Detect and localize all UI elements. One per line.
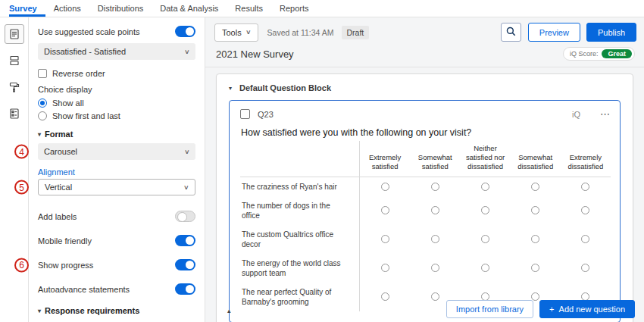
matrix-radio[interactable] bbox=[381, 292, 389, 301]
preview-button[interactable]: Preview bbox=[528, 23, 580, 42]
matrix-radio[interactable] bbox=[581, 264, 589, 272]
matrix-row-label[interactable]: The custom Qualtrics office decor bbox=[240, 225, 360, 254]
matrix-radio[interactable] bbox=[381, 264, 389, 272]
matrix-radio[interactable] bbox=[531, 264, 539, 272]
matrix-cell bbox=[511, 225, 561, 254]
question-text[interactable]: How satisfied were you with the followin… bbox=[241, 127, 611, 138]
matrix-cell bbox=[360, 177, 410, 196]
iq-icon[interactable]: iQ bbox=[572, 110, 580, 119]
matrix-radio[interactable] bbox=[431, 264, 439, 272]
matrix-radio[interactable] bbox=[431, 183, 439, 191]
tab-reports[interactable]: Reports bbox=[271, 0, 317, 17]
use-suggested-toggle[interactable] bbox=[175, 26, 195, 37]
question-checkbox[interactable] bbox=[240, 109, 250, 119]
matrix-radio[interactable] bbox=[581, 183, 589, 191]
block-title: Default Question Block bbox=[239, 83, 331, 92]
survey-flow-icon[interactable] bbox=[5, 51, 24, 70]
survey-title[interactable]: 2021 New Survey bbox=[216, 48, 294, 60]
block-footer: Import from library + Add new question bbox=[446, 300, 635, 318]
scale-points-select[interactable]: Dissatisfied - Satisfied ∨ bbox=[38, 43, 195, 60]
tab-actions[interactable]: Actions bbox=[45, 0, 89, 17]
matrix-radio[interactable] bbox=[381, 235, 389, 243]
reverse-order-checkbox[interactable] bbox=[38, 69, 47, 78]
matrix-cell bbox=[410, 196, 460, 225]
matrix-col-header[interactable]: Extremely dissatisfied bbox=[561, 141, 611, 177]
matrix-cell bbox=[511, 196, 561, 225]
alignment-select[interactable]: Vertical ∨ bbox=[38, 179, 195, 195]
matrix-radio[interactable] bbox=[531, 235, 539, 243]
matrix-cell bbox=[360, 225, 410, 254]
import-from-library-button[interactable]: Import from library bbox=[446, 300, 533, 318]
survey-options-icon[interactable] bbox=[5, 104, 24, 123]
format-select[interactable]: Carousel ∨ bbox=[38, 143, 195, 160]
tab-survey[interactable]: Survey bbox=[9, 0, 45, 17]
matrix-radio[interactable] bbox=[481, 206, 489, 214]
add-labels-toggle[interactable] bbox=[175, 211, 195, 222]
matrix-radio[interactable] bbox=[481, 183, 489, 191]
matrix-cell bbox=[460, 177, 510, 196]
question-settings-panel: Use suggested scale points Dissatisfied … bbox=[29, 17, 205, 322]
add-labels-label: Add labels bbox=[38, 212, 77, 221]
matrix-radio[interactable] bbox=[481, 235, 489, 243]
add-new-question-label: Add new question bbox=[559, 305, 625, 314]
tab-data-analysis[interactable]: Data & Analysis bbox=[152, 0, 227, 17]
matrix-radio[interactable] bbox=[381, 206, 389, 214]
matrix-cell bbox=[360, 254, 410, 283]
choice-display-label: Choice display bbox=[38, 85, 195, 94]
search-button[interactable] bbox=[501, 23, 521, 42]
matrix-col-header[interactable]: Extremely satisfied bbox=[360, 141, 410, 177]
show-all-radio[interactable] bbox=[38, 98, 47, 108]
mobile-friendly-toggle[interactable] bbox=[175, 235, 195, 246]
matrix-row-label[interactable]: The craziness of Ryan's hair bbox=[240, 177, 360, 196]
block-collapse-icon[interactable]: ▴ bbox=[227, 307, 231, 314]
search-icon bbox=[506, 26, 516, 39]
caret-down-icon: ▾ bbox=[38, 131, 41, 138]
caret-down-icon: ▾ bbox=[38, 308, 41, 314]
tab-results[interactable]: Results bbox=[227, 0, 271, 17]
chevron-down-icon: ∨ bbox=[183, 184, 189, 191]
matrix-radio[interactable] bbox=[431, 292, 439, 301]
matrix-cell bbox=[360, 196, 410, 225]
tools-label: Tools bbox=[222, 28, 242, 37]
show-progress-label: Show progress bbox=[38, 261, 93, 270]
matrix-cell bbox=[460, 254, 510, 283]
iq-score-badge[interactable]: iQ Score: Great bbox=[563, 47, 635, 61]
add-new-question-button[interactable]: + Add new question bbox=[539, 300, 635, 318]
matrix-col-header[interactable]: Somewhat dissatisfied bbox=[511, 141, 561, 177]
matrix-row-label[interactable]: The energy of the world class support te… bbox=[240, 254, 360, 283]
question-card[interactable]: Q23 iQ ⋯ How satisfied were you with the… bbox=[229, 100, 621, 322]
matrix-radio[interactable] bbox=[581, 206, 589, 214]
matrix-col-header[interactable]: Neither satisfied nor dissatisfied bbox=[460, 141, 510, 177]
format-section-header[interactable]: ▾ Format bbox=[38, 130, 195, 139]
tools-button[interactable]: Tools ∨ bbox=[214, 23, 258, 42]
ellipsis-menu-icon[interactable]: ⋯ bbox=[600, 108, 611, 120]
matrix-cell bbox=[561, 225, 611, 254]
show-progress-toggle[interactable] bbox=[175, 259, 195, 270]
matrix-cell bbox=[460, 196, 510, 225]
matrix-radio[interactable] bbox=[581, 235, 589, 243]
matrix-radio[interactable] bbox=[381, 183, 389, 191]
matrix-col-header[interactable]: Somewhat satisfied bbox=[410, 141, 460, 177]
builder-icon[interactable] bbox=[5, 24, 24, 44]
chevron-down-icon: ∨ bbox=[184, 148, 190, 155]
show-first-last-radio[interactable] bbox=[38, 111, 47, 120]
block-header[interactable]: ▾ Default Question Block bbox=[227, 80, 622, 98]
look-and-feel-icon[interactable] bbox=[5, 77, 24, 97]
matrix-row-label[interactable]: The number of dogs in the office bbox=[240, 196, 360, 225]
matrix-cell bbox=[410, 177, 460, 196]
tab-distributions[interactable]: Distributions bbox=[89, 0, 152, 17]
matrix-corner-cell bbox=[240, 141, 360, 177]
matrix-radio[interactable] bbox=[531, 183, 539, 191]
publish-button[interactable]: Publish bbox=[586, 23, 636, 42]
survey-title-row: 2021 New Survey iQ Score: Great bbox=[205, 46, 644, 67]
autoadvance-toggle[interactable] bbox=[175, 283, 195, 295]
matrix-cell bbox=[561, 177, 611, 196]
matrix-cell bbox=[561, 254, 611, 283]
response-requirements-header[interactable]: ▾ Response requirements bbox=[38, 306, 195, 315]
matrix-radio[interactable] bbox=[481, 264, 489, 272]
chevron-down-icon: ∨ bbox=[184, 48, 190, 55]
matrix-radio[interactable] bbox=[531, 206, 539, 214]
matrix-row-label[interactable]: The near perfect Quality of Barnaby's gr… bbox=[240, 283, 360, 311]
matrix-radio[interactable] bbox=[431, 206, 439, 214]
matrix-radio[interactable] bbox=[431, 235, 439, 243]
